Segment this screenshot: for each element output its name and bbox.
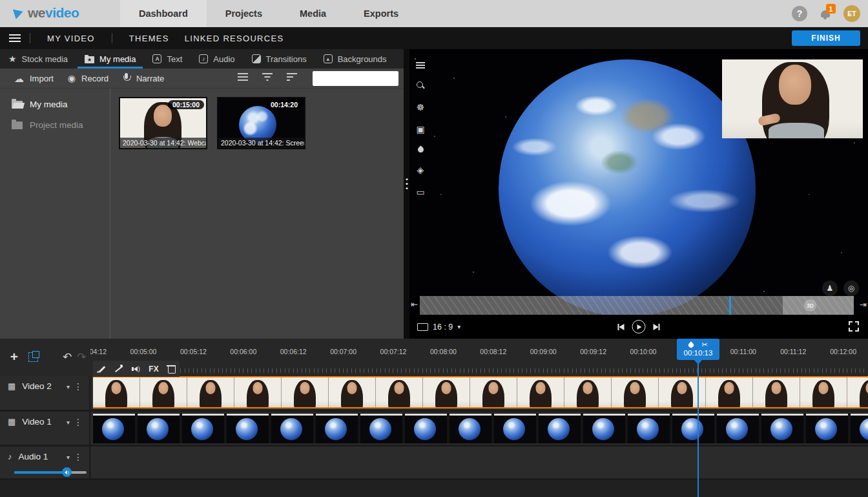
import-label: Import <box>30 74 54 83</box>
folder-my-media[interactable]: My media <box>12 100 110 109</box>
text-icon: A <box>152 54 161 63</box>
play-button[interactable] <box>632 320 646 333</box>
chevron-down-icon: ▾ <box>457 323 460 330</box>
chevron-down-icon[interactable]: ▾ <box>67 419 70 426</box>
redo-icon[interactable]: ↷ <box>77 350 86 364</box>
folder-column: My media Project media <box>0 89 110 339</box>
track-menu-icon[interactable]: ⋮ <box>74 381 83 392</box>
filter-icon[interactable] <box>262 73 273 81</box>
scrubber-playhead[interactable] <box>729 296 731 315</box>
folder-project-media[interactable]: Project media <box>12 120 110 130</box>
menu-icon[interactable] <box>9 34 21 42</box>
timeline-ruler[interactable]: 00:04:1200:05:0000:05:1200:06:0000:06:12… <box>90 339 868 362</box>
tab-text[interactable]: A Text <box>144 49 191 69</box>
mark-in-icon[interactable]: ⇥ <box>411 300 418 310</box>
add-button[interactable]: + <box>6 349 22 365</box>
open-folder-icon <box>12 101 23 109</box>
earth-filmstrip-frame <box>138 413 180 443</box>
folder-label: Project media <box>30 120 83 130</box>
divider <box>30 33 30 43</box>
list-view-icon[interactable] <box>238 73 248 81</box>
duplicate-icon[interactable] <box>28 352 38 362</box>
aspect-ratio-selector[interactable]: 16 : 9 ▾ <box>417 323 460 332</box>
ruler-time-label: 00:04:12 <box>90 348 107 355</box>
help-button[interactable]: ? <box>792 6 807 21</box>
clip-screen-recording[interactable] <box>93 413 868 443</box>
ruler-time-label: 00:09:00 <box>530 348 557 355</box>
chevron-down-icon[interactable]: ▾ <box>67 383 70 390</box>
tab-stock-media[interactable]: ★ Stock media <box>0 49 76 69</box>
volume-icon[interactable]: ) <box>132 366 140 372</box>
editor-header: MY VIDEO THEMES LINKED RESOURCES FINISH <box>0 27 868 49</box>
media-panel: ★ Stock media ★ My media A Text ♪ Audio … <box>0 49 404 339</box>
track-label: Audio 1 <box>19 452 48 461</box>
panel-resize-divider[interactable] <box>404 49 409 339</box>
record-button[interactable]: ◉ Record <box>68 74 108 83</box>
tab-audio[interactable]: ♪ Audio <box>191 49 243 69</box>
main-nav-tabs: Dashboard Projects Media Exports <box>120 0 417 27</box>
edit-pencil-icon[interactable] <box>98 365 106 373</box>
earth-filmstrip-frame <box>405 413 447 443</box>
webcam-filmstrip-frame <box>423 377 470 407</box>
project-title[interactable]: MY VIDEO <box>47 34 95 43</box>
tab-my-media[interactable]: ★ My media <box>76 49 144 69</box>
playhead-marker[interactable]: ✂ 00:10:13 <box>677 339 719 360</box>
earth-filmstrip-frame <box>583 413 625 443</box>
tab-label: My media <box>99 54 136 64</box>
mark-out-icon[interactable]: ⇥ <box>860 300 867 310</box>
tab-transitions[interactable]: Transitions <box>243 49 315 69</box>
nav-tab-exports[interactable]: Exports <box>345 0 417 27</box>
track-menu-icon[interactable]: ⋮ <box>74 417 83 427</box>
nav-tab-projects[interactable]: Projects <box>207 0 281 27</box>
tab-label: Transitions <box>266 54 307 64</box>
themes-link[interactable]: THEMES <box>129 34 169 43</box>
transitions-icon <box>252 54 261 63</box>
scissors-icon[interactable]: ✂ <box>702 341 708 348</box>
media-item-webcam[interactable]: 00:15:00 2020-03-30 at 14:42: Webcam <box>119 97 207 149</box>
ge-measure-icon: ▭ <box>416 187 424 196</box>
undo-icon[interactable]: ↶ <box>63 350 72 364</box>
volume-slider-handle[interactable]: ) <box>62 467 72 477</box>
nav-tab-dashboard[interactable]: Dashboard <box>120 0 207 27</box>
backgrounds-icon: ▴ <box>324 54 333 63</box>
track-menu-icon[interactable]: ⋮ <box>74 452 83 462</box>
wevideo-logo[interactable]: wevideo <box>14 5 79 21</box>
media-item-screen[interactable]: 00:14:20 2020-03-30 at 14:42: Screen <box>217 97 305 149</box>
finish-button[interactable]: FINISH <box>792 30 860 46</box>
track-label: Video 2 <box>22 381 52 391</box>
google-earth-toolbar: ☸ ▣ ◈ ▭ <box>411 56 430 224</box>
import-button[interactable]: ☁↑ Import <box>14 74 54 83</box>
duration-badge: 00:15:00 <box>168 100 204 109</box>
preview-scrubber[interactable]: 3D <box>420 296 854 315</box>
playhead-time: 00:10:13 <box>677 349 719 357</box>
previous-frame-button[interactable] <box>618 324 625 330</box>
pegman-icon: ♟ <box>822 280 838 296</box>
nav-tab-media[interactable]: Media <box>281 0 345 27</box>
notifications-button[interactable]: 1 <box>819 6 832 21</box>
trash-icon[interactable] <box>167 365 175 373</box>
fx-button[interactable]: FX <box>149 365 158 374</box>
volume-slider[interactable]: ) <box>14 467 87 476</box>
video-preview[interactable]: ☸ ▣ ◈ ▭ ♟ ◎ 3D ⇥ ⇥ <box>409 53 868 315</box>
sort-icon[interactable] <box>287 73 297 81</box>
media-actions-bar: ☁↑ Import ◉ Record Narrate <box>0 69 404 89</box>
preview-panel: ☸ ▣ ◈ ▭ ♟ ◎ 3D ⇥ ⇥ 16 : 9 ▾ <box>409 49 868 339</box>
avatar[interactable]: ET <box>843 5 860 22</box>
track-video-2: ▦ Video 2 ▾ ⋮ <box>0 376 868 410</box>
earth-filmstrip-frame <box>271 413 313 443</box>
record-icon: ◉ <box>68 74 76 83</box>
playhead-line[interactable] <box>698 359 699 497</box>
chevron-down-icon[interactable]: ▾ <box>67 454 70 461</box>
tab-backgrounds[interactable]: ▴ Backgrounds <box>315 49 395 69</box>
animation-icon[interactable] <box>114 365 123 373</box>
ge-bottom-buttons: ♟ ◎ <box>822 280 859 296</box>
earth-filmstrip-frame <box>628 413 670 443</box>
ruler-time-label: 00:11:00 <box>730 348 756 355</box>
track-video-1: ▦ Video 1 ▾ ⋮ <box>0 412 868 445</box>
clip-webcam[interactable] <box>93 376 868 408</box>
narrate-button[interactable]: Narrate <box>123 73 164 83</box>
linked-resources-link[interactable]: LINKED RESOURCES <box>185 34 284 43</box>
track-header-video-1: ▦ Video 1 ▾ ⋮ <box>0 412 90 445</box>
fullscreen-button[interactable] <box>849 321 859 332</box>
next-frame-button[interactable] <box>654 324 660 330</box>
